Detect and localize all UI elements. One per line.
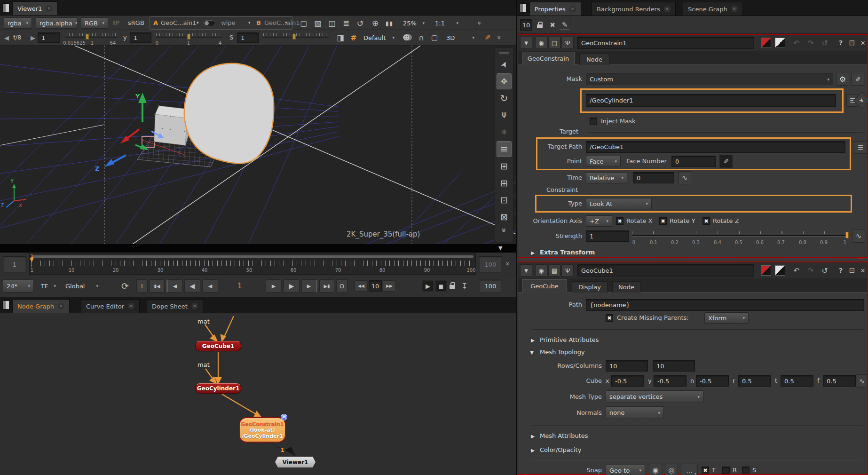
skip-increment-field[interactable]: 10 <box>369 280 382 292</box>
sat-slider-handle[interactable] <box>292 34 296 40</box>
close-icon[interactable]: ✕ <box>731 6 738 12</box>
strength-field[interactable]: 1 <box>586 230 629 242</box>
a-input-node[interactable]: GeoC...ain1 <box>161 17 197 29</box>
current-frame[interactable]: 1 <box>237 280 242 292</box>
node-geocube1[interactable]: GeoCube1 <box>195 341 241 351</box>
gamma-slider-handle[interactable] <box>187 34 190 40</box>
mask-eyedropper-button[interactable]: ✎ <box>851 73 864 86</box>
snap-t-checkbox[interactable]: ✖ <box>702 467 709 474</box>
snap-more-button[interactable]: … ▾ <box>681 464 698 475</box>
input-process-label[interactable]: IP <box>113 17 119 29</box>
grid-frame-tool-icon[interactable]: ⊡ <box>497 192 512 208</box>
wrench-button[interactable]: Ψ <box>561 264 574 277</box>
pane-handle-icon[interactable] <box>2 301 9 309</box>
grid-tool-icon[interactable]: ⊞ <box>497 175 512 191</box>
sliders-tool-icon[interactable]: ≡ <box>497 141 512 157</box>
goto-start-button[interactable]: ▮◀ <box>150 279 165 293</box>
grid-select-tool-icon[interactable]: ⊠ <box>497 209 512 225</box>
node-geocylinder1[interactable]: GeoCylinder1 <box>195 383 241 394</box>
snap-s-checkbox[interactable]: ✖ <box>742 467 750 474</box>
node-geoconstrain1[interactable]: GeoConstrain1 (look-at) /GeoCylinder1 <box>239 417 286 443</box>
scatter-tool-icon[interactable]: ✳ <box>497 124 512 140</box>
undo-icon[interactable]: ↶ <box>791 265 802 276</box>
color-opacity-arrow-icon[interactable]: ▶ <box>529 446 536 454</box>
face-eyedropper-button[interactable]: ✎ <box>719 155 733 168</box>
pane-handle-icon[interactable] <box>520 3 527 12</box>
layers-dropdown[interactable]: rgba.alpha ▾ <box>36 17 77 29</box>
mask-gear-button[interactable]: ⚙ <box>836 73 849 86</box>
node-color-swatch[interactable] <box>761 38 771 48</box>
revert-icon[interactable]: ↺ <box>819 265 830 276</box>
point-dropdown[interactable]: Face ▾ <box>586 156 621 167</box>
chevron-down-icon[interactable]: ▾ <box>248 20 251 25</box>
mesh-attributes-arrow-icon[interactable]: ▶ <box>529 432 536 440</box>
wipe-toggle[interactable] <box>203 20 215 26</box>
pause-icon[interactable]: ▮▮ <box>384 17 395 29</box>
fps-dropdown[interactable]: 24* ▾ <box>3 279 34 293</box>
gl-color-swatch[interactable] <box>775 265 785 276</box>
cube-t-field[interactable]: 0.5 <box>781 375 813 387</box>
panel-splitter-dots[interactable]: ⋯ <box>858 255 864 261</box>
mesh-attributes-label[interactable]: Mesh Attributes <box>540 430 588 442</box>
collapse-triangle-icon[interactable]: ▼ <box>498 245 502 251</box>
extra-transform-arrow-icon[interactable]: ▶ <box>529 248 536 257</box>
tab-dope-sheet[interactable]: Dope Sheet ✕ <box>147 299 203 313</box>
gain-slider[interactable] <box>66 37 117 38</box>
export-range-icon[interactable]: ↧ <box>459 280 470 292</box>
tab-geoconstrain[interactable]: GeoConstrain <box>522 52 575 65</box>
step-back-button[interactable]: ◀ <box>202 279 218 293</box>
max-panels-field[interactable]: 10 <box>520 19 532 31</box>
close-panel-icon[interactable]: ✕ <box>859 38 867 48</box>
play-backward-button[interactable]: ◀ <box>184 279 200 293</box>
edit-node-icon[interactable]: ✎ <box>560 20 570 30</box>
viewport-canvas[interactable]: Y Z Y x z 2K_Super_35(full-ap) <box>0 46 516 244</box>
cube-r-field[interactable]: 0.5 <box>738 375 771 387</box>
revert-icon[interactable]: ↺ <box>819 38 830 48</box>
tab-background-renders[interactable]: Background Renders ✕ <box>592 2 676 16</box>
mask-path-field[interactable]: /GeoCylinder1 <box>586 94 836 107</box>
inject-mask-checkbox[interactable]: ✖ <box>590 118 597 125</box>
transport-end-box[interactable]: 100 <box>479 279 502 293</box>
timeline-scrollbar[interactable] <box>32 255 473 258</box>
viewport[interactable]: Y Z Y x z 2K_Super_35(full-ap) ➤ ✥ ↻ <box>0 46 516 244</box>
redo-icon[interactable]: ↷ <box>805 38 816 48</box>
goto-end-button[interactable]: ▶▮ <box>319 279 334 293</box>
close-panel-icon[interactable]: ✕ <box>859 265 867 276</box>
snap-dropdown[interactable]: Geo to ▾ <box>606 465 645 475</box>
mask-dropdown[interactable]: Custom ▾ <box>586 73 833 85</box>
sat-slider[interactable] <box>263 37 329 38</box>
orientation-axis-dropdown[interactable]: +Z ▾ <box>586 215 612 227</box>
parent-type-dropdown[interactable]: Xform ▾ <box>704 312 749 324</box>
range-start-box[interactable]: 1 <box>3 256 26 273</box>
node-color-swatch[interactable] <box>761 265 771 276</box>
strength-slider[interactable] <box>632 235 848 237</box>
grid-overlay-icon[interactable]: # <box>349 32 358 43</box>
rotate-tool-icon[interactable]: ↻ <box>497 90 512 106</box>
toolbar-handle[interactable] <box>499 52 509 54</box>
mesh-type-dropdown[interactable]: separate vertices ▾ <box>606 390 703 403</box>
tab-node-p2[interactable]: Node <box>612 281 640 293</box>
close-icon[interactable]: ✕ <box>569 6 576 12</box>
rotate-y-checkbox[interactable]: ✖ <box>659 217 667 225</box>
time-curve-button[interactable]: ∿ <box>678 171 691 184</box>
refresh-icon[interactable]: ↺ <box>355 17 366 29</box>
soft-select-curve-icon[interactable]: ∩ <box>416 32 427 43</box>
gain-slider-handle[interactable] <box>86 34 89 40</box>
split-view-icon[interactable]: ◨ <box>335 32 346 43</box>
node-name-field[interactable]: GeoConstrain1 <box>577 37 754 49</box>
nodegraph-canvas[interactable]: mat mat GeoCube1 GeoCylinder1 GeoConstra… <box>0 313 516 475</box>
time-offset-field[interactable]: 0 <box>633 172 674 183</box>
timeline-ruler[interactable]: 1 10 20 30 40 50 60 70 80 90 100 1 <box>29 253 476 275</box>
create-missing-parents-checkbox[interactable]: ✖ <box>606 314 613 322</box>
display-channel-dropdown[interactable]: RGB ▾ <box>81 17 108 29</box>
close-icon[interactable]: ✕ <box>58 303 64 309</box>
strength-slider-handle[interactable] <box>845 232 849 238</box>
tab-node-graph[interactable]: Node Graph ✕ <box>12 299 70 313</box>
primitive-attributes-label[interactable]: Primitive Attributes <box>540 334 599 346</box>
cube-y-field[interactable]: -0.5 <box>654 375 687 387</box>
next-keyframe-button[interactable]: ▶ <box>301 279 317 293</box>
panel-splitter[interactable] <box>517 259 868 259</box>
chevron-down-icon[interactable]: ▾ <box>197 20 199 25</box>
center-node-button[interactable]: ◉ <box>535 264 547 277</box>
lattice-tool-icon[interactable]: ⊞ <box>497 158 512 174</box>
